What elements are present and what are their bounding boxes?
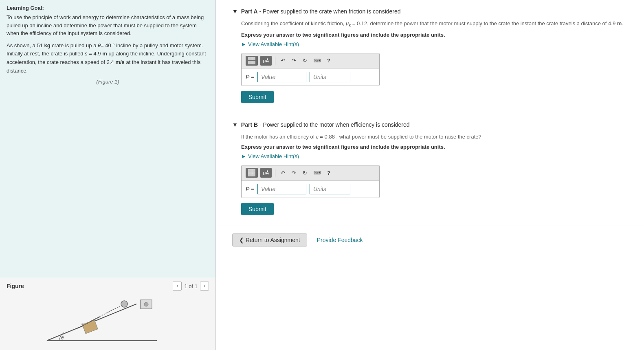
learning-goal-title: Learning Goal: (7, 5, 209, 11)
svg-point-7 (144, 302, 148, 306)
part-a-symbol-button[interactable]: μÅ (260, 56, 272, 66)
return-to-assignment-button[interactable]: ❮ Return to Assignment (232, 233, 307, 247)
part-a-toolbar: μÅ ↶ ↷ ↻ ⌨ ? (242, 53, 379, 68)
part-b-express-answer: Express your answer to two significant f… (232, 144, 628, 150)
part-b-hint-text: View Available Hint(s) (248, 153, 299, 159)
part-a-grid-button[interactable] (246, 56, 258, 66)
figure-section: Figure ‹ 1 of 1 › θ (0, 278, 215, 350)
part-a-collapse-arrow[interactable]: ▼ (232, 8, 238, 15)
part-b-redo-button[interactable]: ↷ (290, 169, 298, 177)
part-a-value-input[interactable] (257, 72, 306, 82)
part-b-toolbar: μÅ ↶ ↷ ↻ ⌨ ? (242, 165, 379, 181)
bottom-bar: ❮ Return to Assignment Provide Feedback (216, 225, 644, 255)
figure-header: Figure ‹ 1 of 1 › (7, 282, 209, 291)
svg-point-5 (121, 301, 127, 307)
part-a-description-title: Power supplied to the crate when frictio… (263, 8, 401, 15)
part-a-header: ▼ Part A - Power supplied to the crate w… (232, 8, 628, 15)
part-a-undo-button[interactable]: ↶ (279, 57, 287, 64)
part-b-collapse-arrow[interactable]: ▼ (232, 121, 238, 128)
part-a-help-button[interactable]: ? (325, 57, 332, 64)
next-figure-button[interactable]: › (200, 282, 209, 291)
part-b-units-input[interactable] (310, 184, 350, 194)
part-b-symbol-button[interactable]: μÅ (260, 168, 272, 178)
prev-figure-button[interactable]: ‹ (173, 282, 182, 291)
left-panel: Learning Goal: To use the principle of w… (0, 0, 216, 350)
part-a-units-input[interactable] (310, 72, 350, 82)
part-b-hint-link[interactable]: ► View Available Hint(s) (232, 153, 628, 159)
part-a-redo-button[interactable]: ↷ (290, 57, 298, 64)
figure-image: θ s (7, 294, 209, 347)
part-b-title: Part B - Power supplied to the motor whe… (241, 121, 410, 128)
part-a-label: Part A (241, 8, 258, 15)
incline-diagram: θ s (43, 296, 173, 345)
part-b-reset-button[interactable]: ↻ (301, 169, 309, 177)
part-a-input-row: P = (242, 68, 379, 86)
learning-goal-text: To use the principle of work and energy … (7, 13, 209, 37)
part-a-description: Considering the coefficient of kinetic f… (232, 20, 628, 29)
part-b-input-row: P = (242, 181, 379, 198)
part-a-reset-button[interactable]: ↻ (301, 57, 309, 64)
part-b-label: Part B (241, 121, 258, 128)
part-b-grid-button[interactable] (246, 168, 258, 178)
part-a-input-label: P = (246, 74, 254, 80)
part-b-undo-button[interactable]: ↶ (279, 169, 287, 177)
grid-icon (248, 57, 255, 64)
part-b-section: ▼ Part B - Power supplied to the motor w… (216, 113, 644, 226)
provide-feedback-link[interactable]: Provide Feedback (317, 237, 363, 243)
part-a-keyboard-button[interactable]: ⌨ (312, 57, 323, 64)
svg-line-4 (91, 306, 120, 321)
svg-text:θ: θ (61, 335, 64, 340)
problem-statement: As shown, a 51 kg crate is pulled up a θ… (7, 42, 209, 75)
part-b-help-button[interactable]: ? (325, 169, 332, 177)
figure-count: 1 of 1 (184, 283, 198, 289)
problem-content: Learning Goal: To use the principle of w… (0, 0, 215, 278)
figure-nav: ‹ 1 of 1 › (173, 282, 209, 291)
part-a-hint-text: View Available Hint(s) (248, 41, 299, 47)
figure-link: (Figure 1) (7, 79, 209, 85)
part-b-input-label: P = (246, 186, 254, 192)
toolbar-separator-1 (275, 57, 275, 65)
part-b-value-input[interactable] (257, 184, 306, 194)
figure-title: Figure (7, 283, 24, 289)
part-b-submit-button[interactable]: Submit (241, 203, 274, 215)
part-b-description-title: Power supplied to the motor when efficie… (263, 121, 410, 128)
hint-arrow-icon-b: ► (241, 153, 246, 159)
grid-icon-b (248, 169, 255, 176)
toolbar-separator-2 (275, 169, 275, 177)
right-panel: ▼ Part A - Power supplied to the crate w… (216, 0, 644, 350)
part-a-input-area: μÅ ↶ ↷ ↻ ⌨ ? P = (241, 53, 380, 86)
part-b-header: ▼ Part B - Power supplied to the motor w… (232, 121, 628, 128)
part-a-submit-button[interactable]: Submit (241, 91, 274, 103)
part-b-description: If the motor has an efficiency of ε = 0.… (232, 133, 628, 141)
part-b-input-area: μÅ ↶ ↷ ↻ ⌨ ? P = (241, 165, 380, 198)
hint-arrow-icon: ► (241, 41, 246, 47)
part-a-express-answer: Express your answer to two significant f… (232, 32, 628, 38)
part-a-title: Part A - Power supplied to the crate whe… (241, 8, 401, 15)
part-a-section: ▼ Part A - Power supplied to the crate w… (216, 0, 644, 113)
svg-text:s: s (81, 321, 84, 326)
part-b-keyboard-button[interactable]: ⌨ (312, 169, 323, 176)
part-a-hint-link[interactable]: ► View Available Hint(s) (232, 41, 628, 47)
